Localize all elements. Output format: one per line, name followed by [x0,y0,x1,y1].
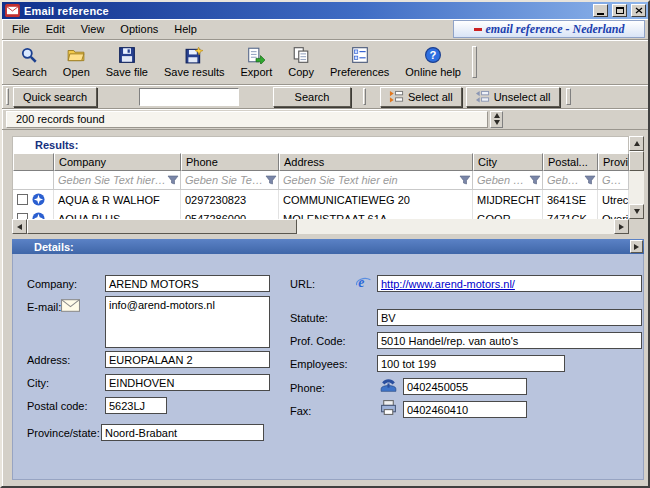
url-link[interactable]: http://www.arend-motors.nl/ [381,278,515,290]
toolbar-label: Save results [164,66,225,78]
save-results-toolbar-button[interactable]: Save results [157,42,232,82]
column-header-phone[interactable]: Phone [181,153,279,171]
filter-funnel-icon[interactable] [265,174,277,186]
phone-field[interactable]: 0402450055 [403,378,527,395]
filter-funnel-icon[interactable] [529,174,541,186]
filter-funnel-icon[interactable] [167,174,179,186]
scroll-down-button[interactable] [629,204,644,219]
vertical-scroll-track[interactable] [629,151,644,204]
maximize-button[interactable] [612,4,627,17]
svg-text:e: e [358,275,364,290]
address-field[interactable]: EUROPALAAN 2 [105,351,270,368]
close-button[interactable] [631,4,646,17]
menu-item-file[interactable]: File [4,20,38,38]
column-header-select[interactable] [13,153,54,171]
scroll-left-button[interactable] [12,219,27,234]
province-label: Province/state: [27,427,100,439]
scroll-up-button[interactable] [629,136,644,151]
column-header-province[interactable]: Provinc... [598,153,629,171]
company-field[interactable]: AREND MOTORS [105,275,270,292]
filter-input-address[interactable]: Geben Sie Text hier ein [279,171,473,190]
column-header-city[interactable]: City [473,153,543,171]
band-grip[interactable] [363,88,366,105]
menu-item-edit[interactable]: Edit [38,20,73,38]
cell-province[interactable]: Utrecht [598,190,629,209]
province-field[interactable]: Noord-Brabant [101,424,264,441]
save-results-icon [185,46,203,64]
email-field[interactable]: info@arend-motors.nl [105,296,270,348]
brand-text: email reference - Nederland [486,22,625,37]
preferences-toolbar-button[interactable]: Preferences [323,42,396,82]
cell-phone[interactable]: 0297230823 [181,190,279,209]
column-header-company[interactable]: Company [54,153,181,171]
cell-company[interactable]: AQUA & R WALHOF [54,190,181,209]
cell-city[interactable]: MIJDRECHT [473,190,543,209]
menu-item-options[interactable]: Options [112,20,166,38]
table-filter-row: Geben Sie Text hier ein Geben Sie Text h… [13,171,629,190]
folder-open-icon [67,46,85,64]
brand-dash-icon [474,28,482,31]
app-icon [5,4,20,17]
toolbar-label: Copy [288,66,314,78]
quick-search-input[interactable] [139,88,239,106]
cell-company[interactable]: AQUA PLUS [54,209,181,219]
prof-code-field[interactable]: 5010 Handel/rep. van auto's [377,332,642,349]
cell-postal[interactable]: 7471CK [543,209,598,219]
horizontal-scroll-track[interactable] [27,219,614,234]
filter-funnel-icon[interactable] [459,174,471,186]
filter-input-phone[interactable]: Geben Sie Text hier ein [181,171,279,190]
column-header-postal[interactable]: Postal... [543,153,598,171]
cell-phone[interactable]: 0547286000 [181,209,279,219]
row-checkbox[interactable] [17,194,28,205]
cell-address[interactable]: COMMUNICATIEWEG 20 [279,190,473,209]
statute-field[interactable]: BV [377,309,642,326]
unselect-all-icon [475,89,490,104]
details-scroll-right-button[interactable] [630,240,643,253]
city-field[interactable]: EINDHOVEN [105,374,270,391]
postal-code-label: Postal code: [27,400,88,412]
copy-toolbar-button[interactable]: Copy [281,42,321,82]
status-band: 200 records found [2,109,648,130]
vertical-scrollbar[interactable] [629,136,644,234]
scroll-right-button[interactable] [614,219,629,234]
export-toolbar-button[interactable]: Export [234,42,280,82]
filter-input-postal[interactable]: Geben Sie Text hier ein [543,171,598,190]
url-field[interactable]: http://www.arend-motors.nl/ [377,275,642,292]
online-help-toolbar-button[interactable]: ? Online help [398,42,468,82]
horizontal-scrollbar[interactable] [12,219,629,234]
vertical-scroll-thumb[interactable] [629,151,644,171]
band-chevron-button[interactable] [490,111,503,128]
employees-field[interactable]: 100 tot 199 [377,355,565,372]
open-toolbar-button[interactable]: Open [56,42,97,82]
quick-search-button[interactable]: Quick search [13,87,97,107]
column-header-address[interactable]: Address [279,153,473,171]
cell-postal[interactable]: 3641SE [543,190,598,209]
table-row[interactable]: AQUA & R WALHOF 0297230823 COMMUNICATIEW… [13,190,629,209]
filter-input-city[interactable]: Geben Sie Text hier ein [473,171,543,190]
cell-city[interactable]: GOOR [473,209,543,219]
save-file-toolbar-button[interactable]: Save file [99,42,155,82]
cell-address[interactable]: MOLENSTRAAT 61A [279,209,473,219]
prof-code-label: Prof. Code: [290,335,346,347]
cell-province[interactable]: Overijssel [598,209,629,219]
table-row[interactable]: AQUA PLUS 0547286000 MOLENSTRAAT 61A GOO… [13,209,629,219]
horizontal-scroll-thumb[interactable] [27,219,297,234]
postal-code-field[interactable]: 5623LJ [105,397,167,414]
fax-field[interactable]: 0402460410 [403,401,527,418]
filter-input-province[interactable]: Geben Sie Text hier ein [598,171,629,190]
search-button[interactable]: Search [273,87,351,107]
search-toolbar-button[interactable]: Search [5,42,54,82]
titlebar[interactable]: Email reference [2,2,648,19]
filter-input-company[interactable]: Geben Sie Text hier ein [54,171,181,190]
filter-funnel-icon[interactable] [584,174,596,186]
menu-item-view[interactable]: View [73,20,113,38]
band-grip[interactable] [6,88,9,105]
select-all-button[interactable]: Select all [380,87,462,107]
arrow-right-icon [619,224,624,230]
brand-logo: email reference - Nederland [453,20,645,38]
minimize-button[interactable] [593,4,608,17]
unselect-all-button[interactable]: Unselect all [466,87,560,107]
toolbar-label: Save file [106,66,148,78]
toolbar-label: Open [63,66,90,78]
menu-item-help[interactable]: Help [166,20,205,38]
